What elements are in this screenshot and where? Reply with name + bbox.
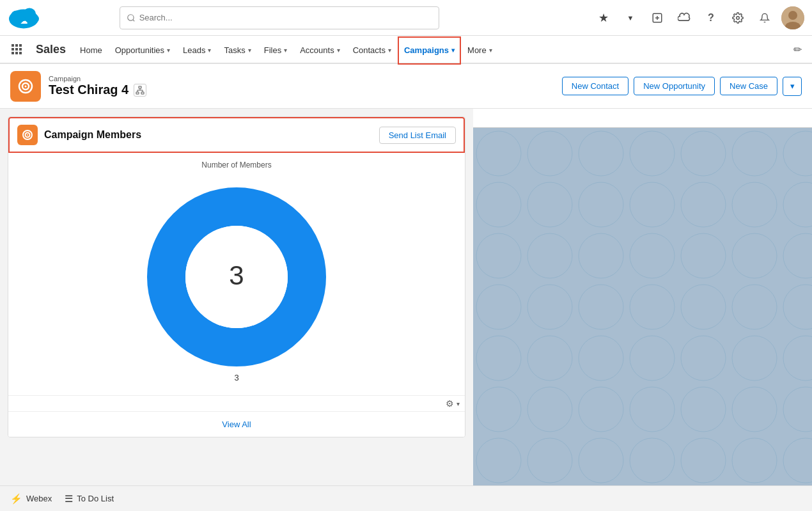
todo-label: To Do List — [77, 494, 114, 503]
record-type-icon — [10, 71, 41, 102]
svg-point-25 — [25, 85, 27, 87]
record-actions: New Contact New Opportunity New Case ▾ — [562, 77, 802, 96]
search-bar[interactable] — [120, 6, 439, 29]
svg-point-5 — [127, 14, 133, 20]
actions-dropdown-button[interactable]: ▾ — [783, 77, 802, 96]
card-header: Campaign Members Send List Email — [8, 117, 465, 153]
nav-edit-button[interactable]: ✏ — [788, 43, 807, 56]
svg-rect-15 — [15, 44, 18, 47]
svg-rect-19 — [19, 48, 22, 51]
card-header-left: Campaign Members — [17, 125, 141, 145]
notifications-button[interactable] — [754, 8, 775, 28]
todo-list-button[interactable]: ☰ To Do List — [65, 493, 114, 505]
add-button[interactable] — [647, 8, 668, 28]
nav-files[interactable]: Files▾ — [258, 37, 293, 64]
donut-chart: 3 — [16, 175, 457, 379]
record-info: Campaign Test Chirag 4 — [49, 75, 562, 97]
svg-rect-17 — [12, 48, 14, 51]
svg-rect-21 — [15, 52, 18, 54]
org-chart-icon[interactable] — [134, 84, 146, 97]
nav-campaigns[interactable]: Campaigns▾ — [398, 36, 461, 65]
record-name: Test Chirag 4 — [49, 83, 562, 97]
main-content: Campaign Members Send List Email Number … — [0, 109, 812, 485]
svg-rect-18 — [15, 48, 18, 51]
nav-leads[interactable]: Leads▾ — [176, 37, 217, 64]
svg-rect-16 — [19, 44, 22, 47]
campaign-members-icon — [17, 125, 38, 145]
nav-bar: Sales Home Opportunities▾ Leads▾ Tasks▾ … — [0, 36, 812, 64]
grid-icon[interactable] — [5, 38, 28, 61]
campaign-members-card: Campaign Members Send List Email Number … — [8, 116, 465, 437]
right-panel-top-bar — [473, 109, 812, 128]
nav-opportunities[interactable]: Opportunities▾ — [109, 37, 176, 64]
right-panel — [473, 109, 812, 485]
svg-point-12 — [788, 11, 797, 20]
new-opportunity-button[interactable]: New Opportunity — [634, 77, 715, 95]
svg-text:☁: ☁ — [20, 17, 27, 24]
search-icon — [127, 13, 136, 22]
svg-rect-28 — [141, 92, 144, 94]
app-name: Sales — [28, 43, 74, 56]
record-header: Campaign Test Chirag 4 New Contact New O… — [0, 64, 812, 109]
svg-rect-14 — [12, 44, 14, 47]
favorites-chevron[interactable]: ▼ — [620, 8, 641, 28]
nav-more[interactable]: More▾ — [461, 37, 499, 64]
svg-rect-27 — [136, 92, 139, 94]
svg-rect-20 — [12, 52, 14, 54]
favorites-button[interactable]: ★ — [593, 8, 614, 28]
webex-label: Webex — [26, 494, 52, 503]
avatar[interactable] — [781, 6, 804, 29]
svg-text:3: 3 — [229, 260, 244, 290]
webex-button[interactable]: ⚡ Webex — [10, 493, 52, 505]
svg-point-3 — [29, 14, 39, 23]
nav-tasks[interactable]: Tasks▾ — [217, 37, 257, 64]
record-type-label: Campaign — [49, 75, 562, 83]
top-icons: ★ ▼ ? — [593, 6, 804, 29]
nav-accounts[interactable]: Accounts▾ — [293, 37, 346, 64]
svg-rect-40 — [473, 128, 812, 485]
new-case-button[interactable]: New Case — [720, 77, 777, 95]
help-button[interactable]: ? — [701, 8, 721, 28]
chart-settings: ⚙ ▾ — [8, 395, 465, 411]
chart-settings-button[interactable]: ⚙ ▾ — [446, 398, 460, 409]
nav-home[interactable]: Home — [74, 37, 109, 64]
nav-items: Home Opportunities▾ Leads▾ Tasks▾ Files▾… — [74, 36, 499, 63]
svg-rect-22 — [19, 52, 22, 54]
bottom-bar: ⚡ Webex ☰ To Do List — [0, 485, 812, 511]
chart-title: Number of Members — [16, 161, 457, 169]
top-bar: ☁ ★ ▼ ? — [0, 0, 812, 36]
view-all-link[interactable]: View All — [222, 420, 251, 429]
send-list-email-button[interactable]: Send List Email — [379, 127, 456, 144]
svg-point-35 — [27, 134, 28, 136]
nav-contacts[interactable]: Contacts▾ — [347, 37, 398, 64]
chart-area: Number of Members 3 3 — [8, 153, 465, 395]
new-contact-button[interactable]: New Contact — [562, 77, 629, 95]
salesforce-logo[interactable]: ☁ — [8, 5, 40, 31]
svg-rect-26 — [139, 86, 141, 88]
card-title: Campaign Members — [44, 129, 141, 141]
svg-line-6 — [132, 19, 134, 21]
card-footer: View All — [8, 411, 465, 437]
cloud-button[interactable] — [674, 8, 694, 28]
svg-point-10 — [737, 16, 740, 19]
settings-button[interactable] — [728, 8, 748, 28]
left-panel: Campaign Members Send List Email Number … — [0, 109, 473, 485]
search-input[interactable] — [139, 13, 432, 22]
